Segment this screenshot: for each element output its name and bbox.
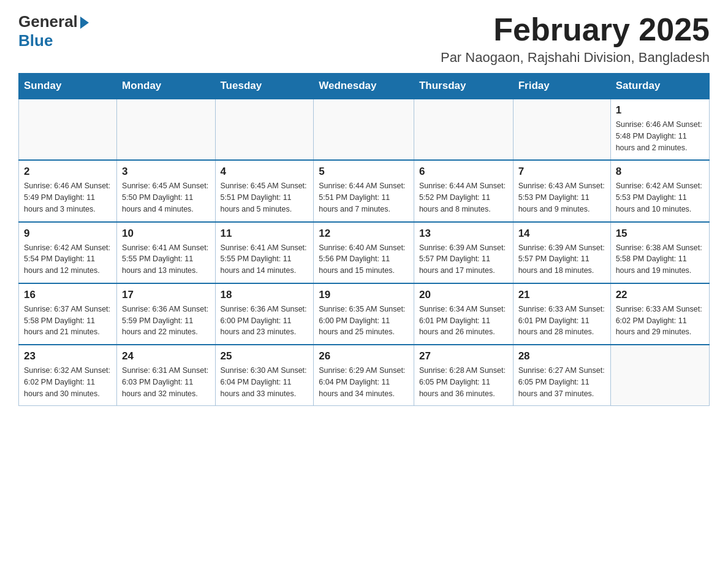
day-info: Sunrise: 6:33 AM Sunset: 6:02 PM Dayligh… xyxy=(616,304,704,338)
day-number: 23 xyxy=(24,350,112,362)
calendar-cell xyxy=(117,99,215,160)
calendar-cell: 28Sunrise: 6:27 AM Sunset: 6:05 PM Dayli… xyxy=(513,345,610,406)
calendar-cell: 23Sunrise: 6:32 AM Sunset: 6:02 PM Dayli… xyxy=(19,345,117,406)
day-info: Sunrise: 6:45 AM Sunset: 5:51 PM Dayligh… xyxy=(221,180,309,215)
header-monday: Monday xyxy=(117,74,215,99)
calendar-cell: 6Sunrise: 6:44 AM Sunset: 5:52 PM Daylig… xyxy=(414,160,513,221)
calendar-week-3: 9Sunrise: 6:42 AM Sunset: 5:54 PM Daylig… xyxy=(19,222,710,283)
day-number: 1 xyxy=(616,104,704,117)
calendar-cell: 25Sunrise: 6:30 AM Sunset: 6:04 PM Dayli… xyxy=(215,345,314,406)
logo: General Blue xyxy=(18,12,89,50)
day-info: Sunrise: 6:33 AM Sunset: 6:01 PM Dayligh… xyxy=(518,304,605,338)
header-wednesday: Wednesday xyxy=(314,74,414,99)
calendar-cell: 12Sunrise: 6:40 AM Sunset: 5:56 PM Dayli… xyxy=(314,222,414,283)
day-number: 17 xyxy=(122,289,210,301)
calendar-cell: 14Sunrise: 6:39 AM Sunset: 5:57 PM Dayli… xyxy=(513,222,610,283)
day-number: 5 xyxy=(319,166,409,178)
day-header-row: Sunday Monday Tuesday Wednesday Thursday… xyxy=(19,74,710,99)
day-info: Sunrise: 6:44 AM Sunset: 5:51 PM Dayligh… xyxy=(319,180,409,215)
day-info: Sunrise: 6:46 AM Sunset: 5:49 PM Dayligh… xyxy=(24,180,112,215)
day-info: Sunrise: 6:34 AM Sunset: 6:01 PM Dayligh… xyxy=(419,304,508,338)
calendar-cell: 19Sunrise: 6:35 AM Sunset: 6:00 PM Dayli… xyxy=(314,283,414,345)
header-friday: Friday xyxy=(513,74,610,99)
logo-general: General xyxy=(18,12,89,31)
header-tuesday: Tuesday xyxy=(215,74,314,99)
calendar-week-1: 1Sunrise: 6:46 AM Sunset: 5:48 PM Daylig… xyxy=(19,99,710,160)
day-info: Sunrise: 6:43 AM Sunset: 5:53 PM Dayligh… xyxy=(518,180,605,215)
day-number: 27 xyxy=(419,350,508,362)
day-number: 14 xyxy=(518,228,605,240)
day-info: Sunrise: 6:39 AM Sunset: 5:57 PM Dayligh… xyxy=(518,242,605,277)
header-thursday: Thursday xyxy=(414,74,513,99)
calendar-cell: 16Sunrise: 6:37 AM Sunset: 5:58 PM Dayli… xyxy=(19,283,117,345)
day-number: 8 xyxy=(616,166,704,178)
day-info: Sunrise: 6:31 AM Sunset: 6:03 PM Dayligh… xyxy=(122,365,210,399)
logo-arrow-icon xyxy=(80,17,89,29)
logo-blue-text: Blue xyxy=(18,31,53,50)
calendar-header: Sunday Monday Tuesday Wednesday Thursday… xyxy=(19,74,710,99)
day-number: 28 xyxy=(518,350,605,362)
calendar-cell: 21Sunrise: 6:33 AM Sunset: 6:01 PM Dayli… xyxy=(513,283,610,345)
day-info: Sunrise: 6:45 AM Sunset: 5:50 PM Dayligh… xyxy=(122,180,210,215)
calendar-cell: 13Sunrise: 6:39 AM Sunset: 5:57 PM Dayli… xyxy=(414,222,513,283)
day-number: 18 xyxy=(221,289,309,301)
day-info: Sunrise: 6:42 AM Sunset: 5:53 PM Dayligh… xyxy=(616,180,704,215)
calendar-cell: 17Sunrise: 6:36 AM Sunset: 5:59 PM Dayli… xyxy=(117,283,215,345)
day-number: 21 xyxy=(518,289,605,301)
day-number: 20 xyxy=(419,289,508,301)
calendar-cell: 26Sunrise: 6:29 AM Sunset: 6:04 PM Dayli… xyxy=(314,345,414,406)
calendar-body: 1Sunrise: 6:46 AM Sunset: 5:48 PM Daylig… xyxy=(19,99,710,406)
calendar-cell: 7Sunrise: 6:43 AM Sunset: 5:53 PM Daylig… xyxy=(513,160,610,221)
calendar-week-2: 2Sunrise: 6:46 AM Sunset: 5:49 PM Daylig… xyxy=(19,160,710,221)
day-info: Sunrise: 6:41 AM Sunset: 5:55 PM Dayligh… xyxy=(221,242,309,277)
calendar-cell xyxy=(414,99,513,160)
calendar-cell: 15Sunrise: 6:38 AM Sunset: 5:58 PM Dayli… xyxy=(610,222,709,283)
day-info: Sunrise: 6:35 AM Sunset: 6:00 PM Dayligh… xyxy=(319,304,409,338)
title-block: February 2025 Par Naogaon, Rajshahi Divi… xyxy=(441,12,710,66)
calendar-cell: 10Sunrise: 6:41 AM Sunset: 5:55 PM Dayli… xyxy=(117,222,215,283)
day-number: 6 xyxy=(419,166,508,178)
calendar-week-5: 23Sunrise: 6:32 AM Sunset: 6:02 PM Dayli… xyxy=(19,345,710,406)
day-number: 3 xyxy=(122,166,210,178)
calendar-cell: 8Sunrise: 6:42 AM Sunset: 5:53 PM Daylig… xyxy=(610,160,709,221)
calendar-cell: 4Sunrise: 6:45 AM Sunset: 5:51 PM Daylig… xyxy=(215,160,314,221)
day-number: 11 xyxy=(221,228,309,240)
day-number: 26 xyxy=(319,350,409,362)
day-number: 22 xyxy=(616,289,704,301)
calendar-cell: 1Sunrise: 6:46 AM Sunset: 5:48 PM Daylig… xyxy=(610,99,709,160)
day-number: 13 xyxy=(419,228,508,240)
location-subtitle: Par Naogaon, Rajshahi Division, Banglade… xyxy=(441,50,710,66)
day-number: 2 xyxy=(24,166,112,178)
calendar-cell: 22Sunrise: 6:33 AM Sunset: 6:02 PM Dayli… xyxy=(610,283,709,345)
page-header: General Blue February 2025 Par Naogaon, … xyxy=(18,12,710,66)
calendar-cell xyxy=(215,99,314,160)
month-title: February 2025 xyxy=(441,12,710,47)
calendar-cell: 20Sunrise: 6:34 AM Sunset: 6:01 PM Dayli… xyxy=(414,283,513,345)
calendar-cell xyxy=(610,345,709,406)
day-info: Sunrise: 6:37 AM Sunset: 5:58 PM Dayligh… xyxy=(24,304,112,338)
day-info: Sunrise: 6:36 AM Sunset: 6:00 PM Dayligh… xyxy=(221,304,309,338)
day-info: Sunrise: 6:30 AM Sunset: 6:04 PM Dayligh… xyxy=(221,365,309,399)
day-info: Sunrise: 6:40 AM Sunset: 5:56 PM Dayligh… xyxy=(319,242,409,277)
calendar-cell: 18Sunrise: 6:36 AM Sunset: 6:00 PM Dayli… xyxy=(215,283,314,345)
calendar-cell: 2Sunrise: 6:46 AM Sunset: 5:49 PM Daylig… xyxy=(19,160,117,221)
calendar-cell xyxy=(513,99,610,160)
day-info: Sunrise: 6:32 AM Sunset: 6:02 PM Dayligh… xyxy=(24,365,112,399)
day-info: Sunrise: 6:41 AM Sunset: 5:55 PM Dayligh… xyxy=(122,242,210,277)
day-info: Sunrise: 6:42 AM Sunset: 5:54 PM Dayligh… xyxy=(24,242,112,277)
day-info: Sunrise: 6:38 AM Sunset: 5:58 PM Dayligh… xyxy=(616,242,704,277)
calendar-cell: 3Sunrise: 6:45 AM Sunset: 5:50 PM Daylig… xyxy=(117,160,215,221)
day-info: Sunrise: 6:44 AM Sunset: 5:52 PM Dayligh… xyxy=(419,180,508,215)
day-number: 16 xyxy=(24,289,112,301)
day-number: 4 xyxy=(221,166,309,178)
calendar-cell: 5Sunrise: 6:44 AM Sunset: 5:51 PM Daylig… xyxy=(314,160,414,221)
calendar-cell xyxy=(19,99,117,160)
calendar-cell: 27Sunrise: 6:28 AM Sunset: 6:05 PM Dayli… xyxy=(414,345,513,406)
calendar-cell: 11Sunrise: 6:41 AM Sunset: 5:55 PM Dayli… xyxy=(215,222,314,283)
day-number: 24 xyxy=(122,350,210,362)
day-number: 25 xyxy=(221,350,309,362)
day-number: 7 xyxy=(518,166,605,178)
day-number: 10 xyxy=(122,228,210,240)
day-info: Sunrise: 6:36 AM Sunset: 5:59 PM Dayligh… xyxy=(122,304,210,338)
header-sunday: Sunday xyxy=(19,74,117,99)
